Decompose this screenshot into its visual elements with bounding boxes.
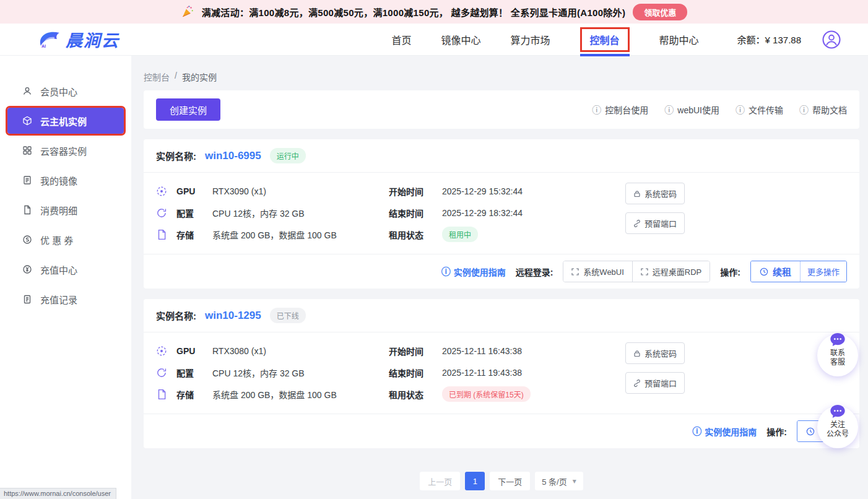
float-label: 关注 xyxy=(830,420,845,430)
member-icon xyxy=(22,86,32,96)
system-webui-button[interactable]: 系统WebUI xyxy=(563,261,632,282)
nav-item-console[interactable]: 控制台 xyxy=(580,27,630,52)
spec-row-gpu: GPU RTX3080 (x1) xyxy=(156,340,389,362)
remote-desktop-rdp-button[interactable]: 远程桌面RDP xyxy=(632,261,710,282)
time-value: 2025-12-29 15:32:44 xyxy=(442,186,523,196)
float-label: 联系 xyxy=(830,349,845,358)
help-link-file-transfer[interactable]: ⓘ 文件传输 xyxy=(736,103,783,116)
claim-coupon-button[interactable]: 领取优惠 xyxy=(633,4,687,20)
next-page-button[interactable]: 下一页 xyxy=(490,472,530,490)
user-avatar-icon xyxy=(822,30,841,49)
help-link-console-usage[interactable]: ⓘ 控制台使用 xyxy=(592,103,648,116)
breadcrumb-root[interactable]: 控制台 xyxy=(144,71,170,83)
instance-guide-link[interactable]: ⓘ 实例使用指南 xyxy=(441,266,506,278)
button-label: 预留端口 xyxy=(644,377,677,389)
spec-label: GPU xyxy=(176,186,212,196)
svg-text:AI: AI xyxy=(41,44,46,48)
sidebar-item-billing-details[interactable]: 消费明细 xyxy=(7,197,124,223)
instance-card: 实例名称: win10-6995 运行中 GPU RTX3090 (x1) 配置… xyxy=(144,139,859,289)
instance-name-link[interactable]: win10-6995 xyxy=(205,150,261,162)
sidebar-item-cloud-container-instances[interactable]: 云容器实例 xyxy=(7,137,124,163)
instance-card-header: 实例名称: win10-6995 运行中 xyxy=(144,139,859,173)
reserved-port-button[interactable]: 预留端口 xyxy=(625,212,685,234)
button-label: 远程桌面RDP xyxy=(653,266,701,277)
help-links: ⓘ 控制台使用 ⓘ webUI使用 ⓘ 文件传输 ⓘ 帮助文档 xyxy=(592,103,847,116)
operations-label: 操作: xyxy=(766,425,787,438)
time-value: 2025-12-11 16:43:38 xyxy=(442,346,522,356)
spec-label: 配置 xyxy=(176,207,212,219)
gpu-icon xyxy=(156,186,167,197)
nav-item-help-center[interactable]: 帮助中心 xyxy=(659,32,699,47)
instance-name-link[interactable]: win10-1295 xyxy=(205,310,261,322)
contact-service-button[interactable]: 联系 客服 xyxy=(817,334,858,376)
sidebar-item-member-center[interactable]: 会员中心 xyxy=(7,78,124,104)
spec-value: CPU 12核，内存 32 GB xyxy=(212,367,305,379)
expand-icon xyxy=(571,268,579,276)
caret-down-icon: ▾ xyxy=(573,477,576,485)
page-size-value: 5 条/页 xyxy=(542,475,566,487)
instance-card: 实例名称: win10-1295 已下线 GPU RTX3080 (x1) 配置… xyxy=(144,299,859,448)
info-icon: ⓘ xyxy=(736,105,745,115)
nav-item-compute-market[interactable]: 算力市场 xyxy=(511,32,550,47)
system-password-button[interactable]: 系统密码 xyxy=(625,342,685,364)
sidebar-item-label: 会员中心 xyxy=(40,85,77,98)
sidebar-item-my-images[interactable]: 我的镜像 xyxy=(7,167,124,193)
sidebar-item-cloud-host-instances[interactable]: 云主机实例 xyxy=(7,108,124,134)
billing-icon xyxy=(22,205,32,215)
clock-icon xyxy=(760,267,768,276)
sidebar-item-recharge-records[interactable]: 充值记录 xyxy=(7,286,124,312)
page-size-select[interactable]: 5 条/页 ▾ xyxy=(535,472,583,490)
prev-page-button[interactable]: 上一页 xyxy=(420,472,460,490)
coupon-icon xyxy=(22,235,32,245)
sidebar-item-label: 充值中心 xyxy=(40,263,77,276)
help-link-label: 帮助文档 xyxy=(812,103,847,116)
button-label: 预留端口 xyxy=(644,217,677,229)
help-link-help-docs[interactable]: ⓘ 帮助文档 xyxy=(799,103,847,116)
float-label: 公众号 xyxy=(827,430,849,439)
config-icon xyxy=(156,367,167,378)
breadcrumb-current: 我的实例 xyxy=(182,71,217,83)
rent-status-badge: 已到期 (系统保留15天) xyxy=(442,386,531,402)
nav-item-home[interactable]: 首页 xyxy=(392,32,412,47)
system-password-button[interactable]: 系统密码 xyxy=(625,183,685,204)
rent-status-badge: 租用中 xyxy=(442,227,478,242)
spec-row-config: 配置 CPU 12核，内存 32 GB xyxy=(156,362,389,383)
help-link-webui-usage[interactable]: ⓘ webUI使用 xyxy=(664,103,719,116)
renew-button[interactable]: 续租 xyxy=(751,261,800,282)
user-avatar[interactable] xyxy=(822,30,841,49)
create-instance-button[interactable]: 创建实例 xyxy=(156,98,220,121)
time-row-start: 开始时间 2025-12-29 15:32:44 xyxy=(389,180,625,202)
help-link-label: 控制台使用 xyxy=(605,103,648,116)
time-row-end: 结束时间 2025-12-11 19:43:38 xyxy=(389,362,625,383)
follow-official-account-button[interactable]: 关注 公众号 xyxy=(817,406,858,448)
instance-card-body: GPU RTX3080 (x1) 配置 CPU 12核，内存 32 GB 存储 … xyxy=(144,332,859,414)
reserved-port-button[interactable]: 预留端口 xyxy=(625,372,685,394)
time-label: 开始时间 xyxy=(389,345,442,357)
float-label: 客服 xyxy=(830,358,845,367)
sidebar-item-recharge-center[interactable]: 充值中心 xyxy=(7,256,124,282)
pagination: 上一页 1 下一页 5 条/页 ▾ xyxy=(144,472,859,490)
spec-row-gpu: GPU RTX3090 (x1) xyxy=(156,180,389,202)
instance-guide-link[interactable]: ⓘ 实例使用指南 xyxy=(692,425,757,438)
instance-status-badge: 运行中 xyxy=(270,148,306,163)
storage-icon xyxy=(156,229,167,240)
help-link-label: 文件传输 xyxy=(749,103,783,116)
sidebar-item-label: 我的镜像 xyxy=(40,174,77,187)
guide-link-label: 实例使用指南 xyxy=(454,266,506,278)
lock-icon xyxy=(633,190,641,197)
cloud-container-icon xyxy=(22,145,32,155)
page-number-1[interactable]: 1 xyxy=(465,472,485,490)
guide-link-label: 实例使用指南 xyxy=(705,425,757,438)
info-icon: ⓘ xyxy=(441,267,451,276)
logo[interactable]: AI 晨涧云 xyxy=(36,27,119,51)
nav-item-image-center[interactable]: 镜像中心 xyxy=(441,32,481,47)
time-row-start: 开始时间 2025-12-11 16:43:38 xyxy=(389,340,625,362)
time-row-rent-status: 租用状态 租用中 xyxy=(389,223,625,245)
balance: 余额：¥ 137.88 xyxy=(737,33,801,46)
instance-card-footer: ⓘ 实例使用指南 远程登录: 系统WebUI 远程桌面RDP 操作: xyxy=(144,254,859,289)
recharge-icon xyxy=(22,264,32,274)
sidebar-item-label: 云容器实例 xyxy=(40,144,87,157)
more-operations-button[interactable]: 更多操作 xyxy=(800,261,846,282)
sidebar-item-coupons[interactable]: 优 惠 券 xyxy=(7,227,124,253)
time-label: 开始时间 xyxy=(389,185,442,197)
